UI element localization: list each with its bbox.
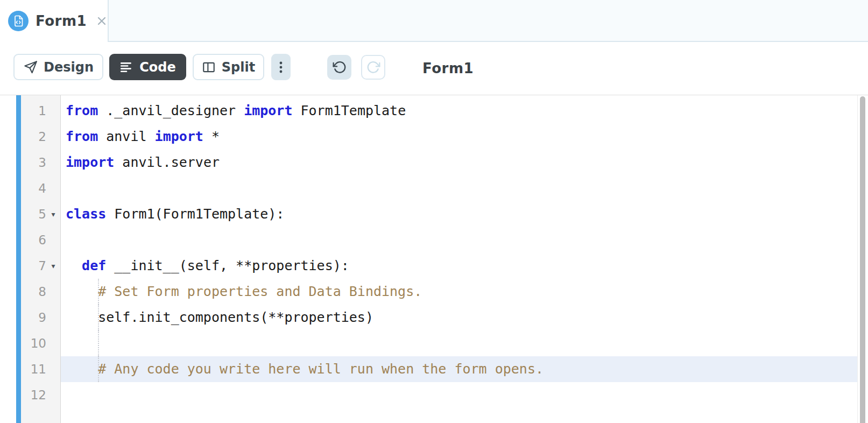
gutter-row: 10 xyxy=(21,330,60,356)
indent-guide xyxy=(98,330,99,356)
code-line[interactable]: def __init__(self, **properties): xyxy=(61,253,857,279)
line-number: 2 xyxy=(21,130,46,144)
gutter-row: 1 xyxy=(21,98,60,124)
undo-arrow-icon xyxy=(333,60,347,74)
line-number: 10 xyxy=(21,336,46,350)
code-keyword: class xyxy=(66,206,106,222)
tab-form1[interactable]: Form1 xyxy=(0,0,108,42)
split-pane-icon xyxy=(202,60,216,74)
line-number: 4 xyxy=(21,181,46,195)
code-text: __init__(self, **properties): xyxy=(106,258,349,273)
align-left-lines-icon xyxy=(119,60,133,74)
design-button-label: Design xyxy=(44,60,94,75)
paper-plane-icon xyxy=(23,60,38,74)
code-line[interactable]: class Form1(Form1Template): xyxy=(61,201,857,227)
gutter-row: 4 xyxy=(21,175,60,201)
split-button-label: Split xyxy=(222,60,255,75)
gutter-row: 3 xyxy=(21,150,60,175)
gutter: 12345▾67▾89101112 xyxy=(21,95,61,423)
editor-accent-bar xyxy=(16,95,21,423)
code-text: self.init_components(**properties) xyxy=(66,309,373,325)
editor-left-margin xyxy=(0,95,16,423)
line-number: 12 xyxy=(21,388,46,402)
code-line-active[interactable]: # Any code you write here will run when … xyxy=(61,356,857,382)
code-line[interactable]: import anvil.server xyxy=(61,150,857,175)
fold-arrow-icon[interactable]: ▾ xyxy=(46,201,60,227)
code-keyword: import xyxy=(244,103,292,118)
scrollbar-track[interactable] xyxy=(857,95,868,423)
tab-strip-empty-area xyxy=(108,0,868,42)
code-line[interactable] xyxy=(61,175,857,201)
view-toolbar: Design Code Split xyxy=(0,42,868,95)
code-keyword: from xyxy=(66,103,98,118)
code-keyword: import xyxy=(155,129,203,144)
code-keyword: import xyxy=(66,154,114,170)
code-line[interactable]: # Set Form properties and Data Bindings. xyxy=(61,279,857,305)
indent-guide xyxy=(98,279,99,305)
code-comment: # Any code you write here will run when … xyxy=(66,361,544,377)
gutter-row: 2 xyxy=(21,124,60,150)
code-button-label: Code xyxy=(139,60,176,75)
code-text: * xyxy=(203,129,220,144)
code-text xyxy=(66,258,82,273)
code-line[interactable]: from anvil import * xyxy=(61,124,857,150)
scrollbar-thumb[interactable] xyxy=(860,96,865,423)
line-number: 8 xyxy=(21,285,46,299)
indent-guide xyxy=(98,305,99,330)
code-line[interactable] xyxy=(61,382,857,408)
code-editor: 12345▾67▾89101112 from ._anvil_designer … xyxy=(0,95,868,423)
redo-arrow-icon xyxy=(366,60,380,74)
tab-close-icon[interactable] xyxy=(95,15,108,27)
split-view-button[interactable]: Split xyxy=(193,54,264,80)
line-number: 5 xyxy=(21,207,46,221)
line-number: 7 xyxy=(21,259,46,273)
gutter-row: 8 xyxy=(21,279,60,305)
code-text: Form1(Form1Template): xyxy=(106,206,284,222)
code-text: anvil.server xyxy=(114,154,220,170)
line-number: 9 xyxy=(21,311,46,325)
tab-strip: Form1 xyxy=(0,0,868,42)
line-number: 3 xyxy=(21,156,46,170)
code-text: Form1Template xyxy=(292,103,406,118)
undo-button[interactable] xyxy=(327,55,351,80)
form-title: Form1 xyxy=(422,42,474,95)
code-area[interactable]: from ._anvil_designer import Form1Templa… xyxy=(61,95,857,423)
gutter-row: 9 xyxy=(21,305,60,330)
kebab-menu-icon xyxy=(274,60,287,75)
code-text: anvil xyxy=(98,129,154,144)
gutter-row: 5▾ xyxy=(21,201,60,227)
gutter-row: 6 xyxy=(21,227,60,253)
line-number: 6 xyxy=(21,233,46,247)
code-line[interactable]: self.init_components(**properties) xyxy=(61,305,857,330)
redo-button[interactable] xyxy=(361,55,385,80)
gutter-row: 11 xyxy=(21,356,60,382)
code-file-icon xyxy=(8,11,29,31)
line-number: 11 xyxy=(21,362,46,376)
code-text: ._anvil_designer xyxy=(98,103,244,118)
design-view-button[interactable]: Design xyxy=(13,54,103,80)
line-number: 1 xyxy=(21,104,46,118)
more-options-button[interactable] xyxy=(271,54,291,80)
indent-guide xyxy=(98,356,99,382)
gutter-row: 7▾ xyxy=(21,253,60,279)
code-keyword: from xyxy=(66,129,98,144)
code-keyword: def xyxy=(82,258,106,273)
code-line[interactable] xyxy=(61,330,857,356)
code-line[interactable]: from ._anvil_designer import Form1Templa… xyxy=(61,98,857,124)
code-comment: # Set Form properties and Data Bindings. xyxy=(66,284,422,299)
code-view-button[interactable]: Code xyxy=(109,54,186,80)
code-line[interactable] xyxy=(61,227,857,253)
gutter-row: 12 xyxy=(21,382,60,408)
tab-title: Form1 xyxy=(36,13,87,29)
fold-arrow-icon[interactable]: ▾ xyxy=(46,253,60,279)
